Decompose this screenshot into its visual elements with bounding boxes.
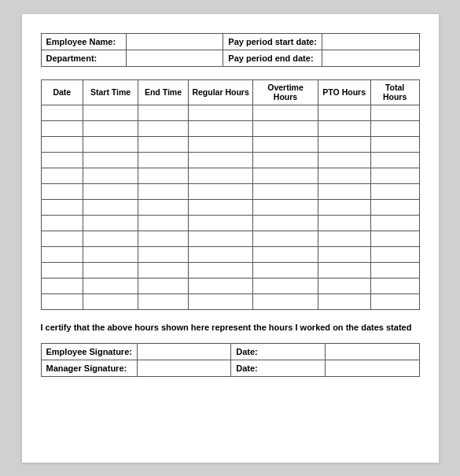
table-cell[interactable] [41,262,83,278]
table-cell[interactable] [188,183,252,199]
table-cell[interactable] [253,231,318,246]
table-cell[interactable] [370,231,419,246]
table-cell[interactable] [253,246,318,262]
table-cell[interactable] [318,262,370,278]
table-cell[interactable] [41,152,83,168]
table-cell[interactable] [138,215,189,231]
date-value-2[interactable] [326,360,419,376]
table-cell[interactable] [370,199,419,215]
table-cell[interactable] [188,136,252,152]
col-header-regular-hours: Regular Hours [188,79,252,105]
table-cell[interactable] [188,215,252,231]
table-cell[interactable] [188,152,252,168]
pay-period-end-value[interactable] [322,50,419,66]
table-cell[interactable] [83,136,138,152]
table-cell[interactable] [370,262,419,278]
department-value[interactable] [126,50,223,66]
table-cell[interactable] [188,105,252,120]
table-cell[interactable] [318,152,370,168]
table-cell[interactable] [318,105,370,120]
table-cell[interactable] [253,168,318,183]
table-cell[interactable] [253,262,318,278]
table-cell[interactable] [188,231,252,246]
table-cell[interactable] [41,278,83,293]
table-cell[interactable] [138,262,189,278]
table-cell[interactable] [370,293,419,309]
table-cell[interactable] [138,199,189,215]
table-cell[interactable] [83,183,138,199]
table-cell[interactable] [138,231,189,246]
table-cell[interactable] [138,105,189,120]
table-cell[interactable] [83,215,138,231]
table-cell[interactable] [188,246,252,262]
table-cell[interactable] [370,168,419,183]
table-cell[interactable] [138,152,189,168]
table-cell[interactable] [138,120,189,136]
table-cell[interactable] [318,168,370,183]
table-cell[interactable] [370,246,419,262]
manager-sig-value[interactable] [137,360,230,376]
table-cell[interactable] [253,136,318,152]
pay-period-start-value[interactable] [322,33,419,50]
table-cell[interactable] [318,183,370,199]
table-cell[interactable] [318,120,370,136]
table-cell[interactable] [253,199,318,215]
table-cell[interactable] [370,120,419,136]
table-cell[interactable] [253,183,318,199]
table-cell[interactable] [83,120,138,136]
table-cell[interactable] [83,262,138,278]
table-cell[interactable] [370,215,419,231]
table-cell[interactable] [253,105,318,120]
table-cell[interactable] [41,293,83,309]
table-cell[interactable] [318,231,370,246]
table-cell[interactable] [370,278,419,293]
table-cell[interactable] [138,246,189,262]
table-cell[interactable] [41,136,83,152]
table-cell[interactable] [41,105,83,120]
table-cell[interactable] [83,168,138,183]
table-cell[interactable] [41,246,83,262]
table-cell[interactable] [370,152,419,168]
table-cell[interactable] [188,293,252,309]
table-cell[interactable] [318,278,370,293]
table-cell[interactable] [370,183,419,199]
table-cell[interactable] [83,278,138,293]
table-cell[interactable] [188,278,252,293]
table-cell[interactable] [83,246,138,262]
table-cell[interactable] [83,199,138,215]
table-cell[interactable] [188,262,252,278]
table-cell[interactable] [370,136,419,152]
table-cell[interactable] [138,136,189,152]
table-cell[interactable] [253,278,318,293]
table-cell[interactable] [318,293,370,309]
table-cell[interactable] [138,183,189,199]
table-cell[interactable] [370,105,419,120]
table-cell[interactable] [253,120,318,136]
table-cell[interactable] [188,120,252,136]
table-cell[interactable] [83,152,138,168]
date-value-1[interactable] [326,343,419,360]
table-cell[interactable] [83,105,138,120]
table-cell[interactable] [253,215,318,231]
employee-name-value[interactable] [126,33,223,50]
table-cell[interactable] [41,120,83,136]
employee-sig-value[interactable] [137,343,230,360]
table-cell[interactable] [41,168,83,183]
table-cell[interactable] [253,293,318,309]
table-cell[interactable] [253,152,318,168]
table-cell[interactable] [188,199,252,215]
table-cell[interactable] [318,215,370,231]
table-cell[interactable] [318,136,370,152]
table-cell[interactable] [318,199,370,215]
table-cell[interactable] [83,293,138,309]
table-cell[interactable] [41,199,83,215]
table-cell[interactable] [41,231,83,246]
table-cell[interactable] [188,168,252,183]
table-cell[interactable] [41,183,83,199]
table-cell[interactable] [318,246,370,262]
table-cell[interactable] [138,293,189,309]
table-cell[interactable] [138,168,189,183]
table-cell[interactable] [83,231,138,246]
table-cell[interactable] [138,278,189,293]
table-cell[interactable] [41,215,83,231]
